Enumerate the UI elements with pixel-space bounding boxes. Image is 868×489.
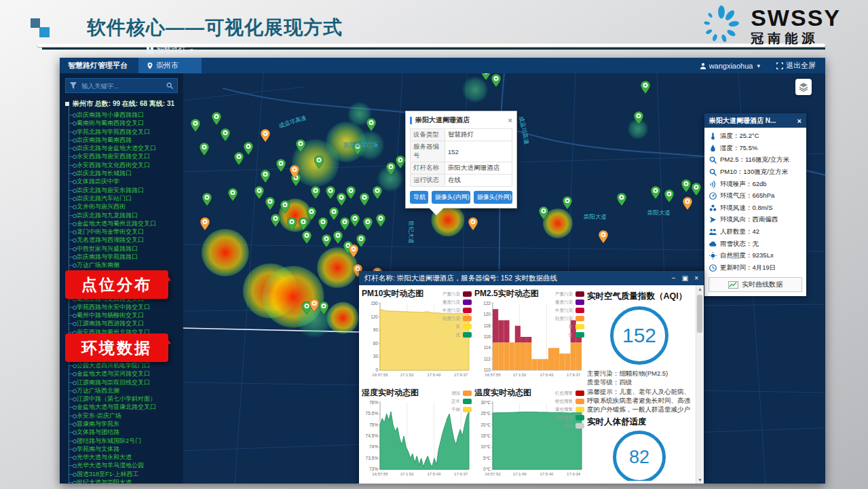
map-marker-green[interactable] bbox=[234, 152, 244, 168]
map-marker-green[interactable] bbox=[396, 156, 405, 171]
map-marker-orange[interactable] bbox=[599, 230, 608, 246]
sidebar-tree-item[interactable]: 崇庆北路汽车站门口 bbox=[65, 194, 181, 202]
map-marker-green[interactable] bbox=[350, 214, 360, 230]
sidebar-tree-item[interactable]: 崇庆北路与金盆地大道交叉口 bbox=[65, 144, 181, 152]
map-marker-green[interactable] bbox=[491, 74, 501, 90]
map-marker-green[interactable] bbox=[200, 143, 209, 158]
map-marker-green[interactable] bbox=[386, 162, 396, 178]
sidebar-tree-item[interactable]: 学苑西路与永安中路交叉口 bbox=[65, 303, 181, 311]
sidebar-tree-item[interactable]: 江源中路（第七小学斜对面） bbox=[65, 395, 181, 403]
map-marker-orange[interactable] bbox=[683, 197, 692, 213]
close-icon[interactable]: × bbox=[694, 274, 698, 282]
map-marker-green[interactable] bbox=[271, 214, 280, 230]
sidebar-tree-item[interactable]: 江源南路与崇双旧线交叉口 bbox=[65, 378, 181, 386]
sidebar-tree-item[interactable]: 金盆地大道与滨河路交叉口 bbox=[65, 369, 181, 378]
map-marker-green[interactable] bbox=[261, 170, 270, 185]
search-input[interactable] bbox=[80, 82, 163, 90]
map-marker-green[interactable] bbox=[641, 81, 650, 96]
sidebar-tree-item[interactable]: 光华大道与永和大道 bbox=[65, 453, 181, 461]
map-marker-orange[interactable] bbox=[468, 217, 478, 233]
popup-button-2[interactable]: 摄像头(内网) bbox=[432, 191, 470, 204]
restore-icon[interactable]: ▣ bbox=[682, 274, 688, 282]
sidebar-tree-item[interactable]: 国道318至F1-上林西工 bbox=[65, 470, 181, 478]
sidebar-tree-item[interactable]: 蜀州中路与杨柳街交叉口 bbox=[65, 311, 181, 319]
user-menu[interactable]: wangxiaohua ▾ bbox=[692, 58, 768, 73]
map-marker-green[interactable] bbox=[296, 139, 305, 155]
map-marker-orange[interactable] bbox=[290, 165, 299, 181]
sidebar-tree-item[interactable]: 团结路与东城国际2号门 bbox=[65, 437, 181, 445]
sidebar-tree-item[interactable]: 文体路崇庆中学 bbox=[65, 177, 181, 185]
map-marker-green[interactable] bbox=[287, 217, 297, 233]
minimize-icon[interactable]: − bbox=[672, 274, 676, 282]
map-marker-green[interactable] bbox=[366, 118, 376, 134]
map-marker-orange[interactable] bbox=[309, 299, 319, 314]
close-icon[interactable]: × bbox=[508, 117, 512, 124]
map-marker-orange[interactable] bbox=[200, 217, 210, 233]
map-marker-green[interactable] bbox=[322, 234, 331, 250]
map-marker-green[interactable] bbox=[337, 193, 346, 209]
map-marker-green[interactable] bbox=[221, 128, 230, 144]
map-marker-green[interactable] bbox=[692, 183, 701, 198]
map-marker-green[interactable] bbox=[664, 189, 674, 205]
sidebar-tree-item[interactable]: 崇庆北路与长城路口 bbox=[65, 169, 181, 177]
map-marker-green[interactable] bbox=[302, 231, 312, 247]
map-marker-green[interactable] bbox=[212, 112, 221, 128]
map-marker-green[interactable] bbox=[376, 214, 385, 230]
sidebar-tree-item[interactable]: 永安西路与文化西街交叉口 bbox=[65, 161, 181, 169]
sidebar-tree-item[interactable]: 崇庆北路与唐安东路路口 bbox=[65, 186, 181, 194]
tree-collapse-icon[interactable] bbox=[65, 102, 69, 106]
map-canvas[interactable]: 成温邛高速成温邛高速安乐农贸广场世纪大道崇阳大道崇阳大道江源镇 崇州市 总数: … bbox=[60, 73, 825, 484]
sidebar-tree-item[interactable]: 晋康南与学苑东 bbox=[65, 420, 181, 428]
map-marker-orange[interactable] bbox=[261, 129, 270, 145]
realtime-curve-button[interactable]: 实时曲线数据 bbox=[709, 277, 802, 292]
sidebar-tree-item[interactable]: 龙门中街与金带街交叉口 bbox=[65, 228, 181, 236]
map-marker-green[interactable] bbox=[681, 179, 691, 195]
map-layers-button[interactable] bbox=[795, 79, 812, 95]
nav-item-2[interactable]: 崇州市 bbox=[138, 58, 202, 73]
map-marker-green[interactable] bbox=[617, 193, 626, 209]
map-marker-green[interactable] bbox=[244, 142, 253, 158]
sidebar-tree-item[interactable]: 永安西路与唐安西路交叉口 bbox=[65, 152, 181, 160]
sidebar-tree-item[interactable]: 蜀南街与蜀南西路交叉口 bbox=[65, 119, 181, 127]
map-marker-green[interactable] bbox=[311, 186, 320, 202]
map-marker-green[interactable] bbox=[228, 188, 238, 204]
map-marker-green[interactable] bbox=[314, 156, 324, 171]
map-marker-green[interactable] bbox=[191, 119, 200, 134]
scroll-up-icon[interactable]: ▲ bbox=[696, 285, 704, 293]
sidebar-tree-item[interactable]: 崇庆南路与学苑路路口 bbox=[65, 253, 181, 261]
sidebar-tree-item[interactable]: 崇庆南路与蜀南西路 bbox=[65, 136, 181, 144]
map-marker-green[interactable] bbox=[202, 193, 212, 209]
map-marker-green[interactable] bbox=[276, 159, 286, 175]
nav-item-1[interactable]: 智慧路灯▾ bbox=[138, 42, 202, 58]
map-marker-green[interactable] bbox=[363, 217, 373, 233]
scroll-down-icon[interactable]: ▼ bbox=[696, 476, 704, 484]
map-marker-green[interactable] bbox=[280, 200, 290, 216]
sidebar-tree-item[interactable]: 江源南路与西游路交叉口 bbox=[65, 319, 181, 327]
panel-scrollbar[interactable]: ▲ ▼ bbox=[696, 285, 704, 484]
sidebar-tree-item[interactable]: 金盆地大道与蜀州北路交叉口 bbox=[65, 219, 181, 228]
map-marker-green[interactable] bbox=[318, 217, 328, 233]
sidebar-tree-item[interactable]: 文井街与唐兴西街 bbox=[65, 202, 181, 211]
map-marker-green[interactable] bbox=[634, 111, 643, 127]
sidebar-tree-item[interactable]: 崇庆北路与九龙路路口 bbox=[65, 211, 181, 219]
sidebar-tree-item[interactable]: 光华大道与羊马湿地公园 bbox=[65, 461, 181, 469]
map-marker-green[interactable] bbox=[307, 207, 316, 223]
map-marker-orange[interactable] bbox=[349, 244, 358, 260]
map-marker-green[interactable] bbox=[563, 196, 572, 212]
search-icon[interactable] bbox=[166, 82, 173, 89]
close-icon[interactable]: × bbox=[797, 117, 801, 125]
map-marker-green[interactable] bbox=[319, 302, 328, 317]
sidebar-tree-item[interactable]: 永安东-崇庆广场 bbox=[65, 412, 181, 420]
map-marker-green[interactable] bbox=[346, 186, 356, 202]
map-marker-green[interactable] bbox=[360, 193, 369, 209]
sidebar-tree-item[interactable]: 文体路与团结路 bbox=[65, 428, 181, 436]
scroll-thumb[interactable] bbox=[697, 295, 702, 333]
map-marker-green[interactable] bbox=[265, 197, 275, 213]
map-marker-green[interactable] bbox=[651, 186, 660, 202]
popup-button-1[interactable]: 导航 bbox=[410, 191, 428, 204]
map-marker-green[interactable] bbox=[340, 217, 350, 233]
map-marker-green[interactable] bbox=[333, 231, 343, 247]
sidebar-tree-item[interactable]: 学苑北路与学苑西路交叉口 bbox=[65, 128, 181, 136]
map-marker-green[interactable] bbox=[326, 186, 335, 202]
sidebar-tree-item[interactable]: 公园大道四川机电学院门口 bbox=[65, 361, 181, 369]
